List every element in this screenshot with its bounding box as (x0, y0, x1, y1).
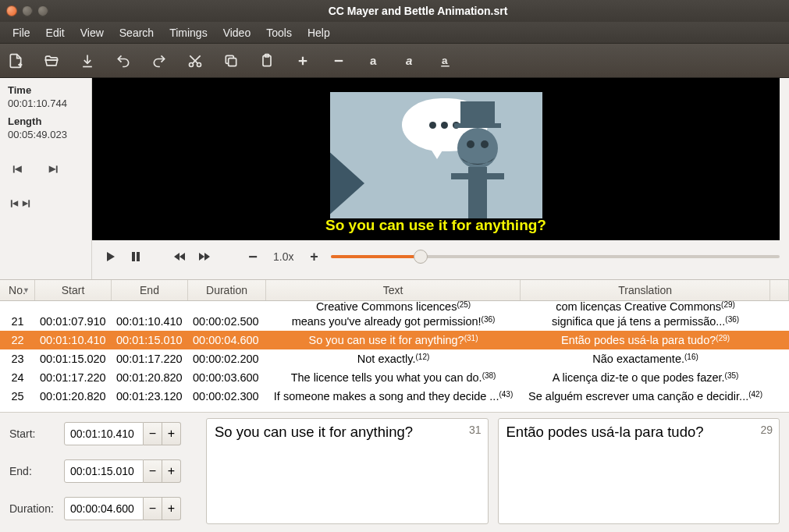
svg-rect-11 (11, 200, 12, 207)
table-row[interactable]: 25 00:01:20.820 00:01:23.120 00:00:02.30… (0, 387, 789, 406)
open-file-icon[interactable] (42, 51, 61, 70)
speed-down-button[interactable]: − (245, 248, 261, 266)
svg-rect-20 (487, 173, 504, 179)
menubar: File Edit View Search Timings Video Tool… (0, 22, 789, 44)
translation-count: 29 (760, 424, 773, 436)
underline-icon[interactable]: a (437, 51, 456, 70)
svg-rect-19 (451, 173, 468, 179)
table-row[interactable]: 23 00:01:15.020 00:01:17.220 00:00:02.20… (0, 349, 789, 368)
svg-point-17 (481, 140, 489, 148)
col-scroll (770, 280, 789, 300)
start-plus-button[interactable]: + (162, 422, 181, 445)
menu-tools[interactable]: Tools (258, 23, 300, 42)
rewind-icon[interactable] (172, 252, 187, 261)
character2-icon (330, 148, 364, 218)
video-subtitle: So you can use it for anything? (325, 217, 546, 240)
menu-video[interactable]: Video (215, 23, 259, 42)
svg-point-1 (197, 62, 201, 66)
undo-icon[interactable] (114, 51, 133, 70)
seek-end-icon[interactable] (42, 161, 67, 178)
play-icon[interactable] (103, 251, 119, 262)
svg-point-0 (190, 62, 194, 66)
time-panel: Time 00:01:10.744 Length 00:05:49.023 (0, 78, 92, 279)
svg-rect-13 (460, 101, 495, 123)
col-translation[interactable]: Translation (521, 280, 770, 300)
save-icon[interactable] (78, 51, 97, 70)
svg-text:a: a (370, 54, 377, 67)
start-input[interactable] (64, 422, 144, 445)
timing-editor: Start: − + End: − + Duration: − + (9, 418, 197, 524)
maximize-icon[interactable] (37, 5, 48, 16)
svg-text:a: a (442, 54, 448, 66)
menu-help[interactable]: Help (300, 23, 338, 42)
menu-search[interactable]: Search (112, 23, 162, 42)
close-icon[interactable] (6, 5, 17, 16)
length-value: 00:05:49.023 (8, 129, 84, 140)
col-text[interactable]: Text (266, 280, 521, 300)
pause-icon[interactable] (128, 251, 144, 262)
table-row[interactable]: 24 00:01:17.220 00:01:20.820 00:00:03.60… (0, 368, 789, 387)
menu-edit[interactable]: Edit (38, 23, 73, 42)
subtitle-grid: No.▼ Start End Duration Text Translation… (0, 279, 789, 412)
svg-text:a: a (406, 54, 412, 67)
text-content[interactable]: So you can use it for anything? (215, 424, 413, 519)
end-minus-button[interactable]: − (144, 459, 162, 483)
time-value: 00:01:10.744 (8, 98, 84, 109)
grid-header: No.▼ Start End Duration Text Translation (0, 279, 789, 301)
forward-icon[interactable] (197, 252, 212, 261)
minimize-icon[interactable] (22, 5, 33, 16)
copy-icon[interactable] (222, 51, 240, 70)
col-no[interactable]: No.▼ (0, 280, 35, 300)
redo-icon[interactable] (150, 51, 169, 70)
svg-point-16 (467, 140, 474, 148)
duration-plus-button[interactable]: + (162, 497, 181, 520)
svg-rect-2 (229, 58, 236, 66)
col-start[interactable]: Start (35, 280, 112, 300)
character-icon (437, 101, 523, 218)
menu-view[interactable]: View (73, 23, 112, 42)
end-input[interactable] (64, 459, 144, 483)
add-icon[interactable] (293, 51, 312, 70)
svg-rect-12 (28, 200, 30, 207)
cut-icon[interactable] (186, 51, 204, 70)
table-row[interactable]: 21 00:01:07.910 00:01:10.410 00:00:02.50… (0, 312, 789, 331)
duration-minus-button[interactable]: − (144, 497, 162, 520)
col-end[interactable]: End (112, 280, 188, 300)
video-controls: − 1.0x + (92, 240, 780, 273)
video-frame-image (330, 92, 542, 218)
start-label: Start: (9, 427, 64, 440)
svg-rect-10 (56, 165, 58, 172)
svg-rect-14 (454, 123, 501, 128)
italic-icon[interactable]: a (401, 51, 420, 70)
table-row[interactable]: Creative Commons licences (25) com licen… (0, 301, 789, 312)
text-editor[interactable]: So you can use it for anything? 31 (206, 418, 489, 524)
menu-timings[interactable]: Timings (162, 23, 215, 42)
duration-spinner: − + (64, 497, 197, 520)
paste-icon[interactable] (258, 51, 276, 70)
svg-rect-22 (137, 252, 140, 261)
svg-point-15 (457, 128, 498, 168)
seek-selection-icon[interactable] (8, 195, 33, 212)
end-label: End: (9, 465, 64, 477)
col-duration[interactable]: Duration (188, 280, 266, 300)
duration-input[interactable] (64, 497, 144, 520)
table-row[interactable]: 22 00:01:10.410 00:01:15.010 00:00:04.60… (0, 331, 789, 349)
speed-value: 1.0x (273, 250, 293, 263)
new-file-icon[interactable] (6, 51, 25, 70)
start-minus-button[interactable]: − (144, 422, 162, 445)
svg-rect-8 (441, 66, 450, 67)
translation-editor[interactable]: Então podes usá-la para tudo? 29 (498, 418, 780, 524)
menu-file[interactable]: File (5, 23, 38, 42)
end-plus-button[interactable]: + (162, 459, 181, 483)
seek-slider[interactable] (331, 255, 780, 258)
seek-start-icon[interactable] (8, 161, 33, 178)
video-preview[interactable]: So you can use it for anything? (92, 78, 780, 240)
length-label: Length (8, 115, 84, 127)
start-spinner: − + (64, 422, 197, 445)
svg-rect-18 (468, 167, 487, 218)
window-title: CC Mayer and Bettle Animation.srt (53, 5, 783, 17)
bold-icon[interactable]: a (365, 51, 384, 70)
remove-icon[interactable] (329, 51, 348, 70)
translation-content[interactable]: Então podes usá-la para tudo? (506, 424, 704, 519)
speed-up-button[interactable]: + (306, 249, 322, 265)
